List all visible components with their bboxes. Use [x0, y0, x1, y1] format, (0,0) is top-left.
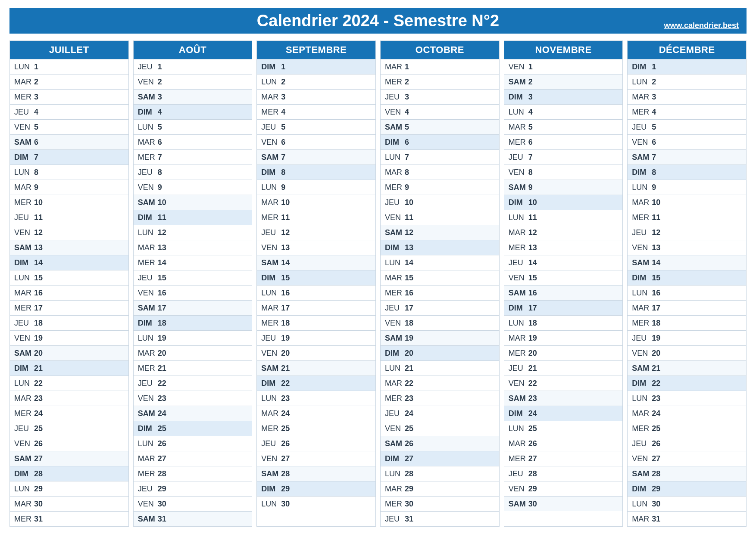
day-number: 19 [403, 334, 413, 343]
day-row: DIM28 [10, 466, 128, 481]
day-number: 8 [156, 168, 162, 177]
day-of-week: JEU [381, 198, 403, 207]
day-number: 20 [279, 349, 290, 358]
day-number: 11 [279, 213, 290, 222]
day-number: 6 [32, 138, 38, 147]
day-number: 5 [279, 123, 285, 132]
day-row: DIM6 [381, 134, 499, 149]
day-number: 27 [279, 454, 290, 463]
day-row: MAR5 [504, 119, 623, 134]
month-column: DÉCEMBREDIM1LUN2MAR3MER4JEU5VEN6SAM7DIM8… [627, 40, 747, 527]
day-number: 12 [156, 228, 166, 237]
day-number: 30 [403, 500, 413, 509]
day-of-week: MER [10, 93, 32, 102]
day-row: LUN26 [134, 436, 252, 451]
day-number: 6 [527, 138, 533, 147]
day-number: 5 [32, 123, 38, 132]
day-number: 17 [156, 304, 166, 313]
day-row: MER18 [257, 315, 375, 330]
day-number: 6 [156, 138, 162, 147]
day-row: JEU14 [504, 255, 623, 270]
day-row: MER27 [504, 451, 623, 466]
day-of-week: LUN [10, 484, 32, 494]
day-number: 26 [650, 439, 660, 448]
months-grid: JUILLETLUN1MAR2MER3JEU4VEN5SAM6DIM7LUN8M… [9, 40, 747, 527]
day-number: 13 [527, 243, 537, 252]
day-number: 28 [527, 469, 537, 478]
day-of-week: DIM [257, 484, 279, 494]
day-of-week: DIM [134, 108, 156, 117]
day-row: DIM29 [628, 481, 746, 496]
day-of-week: JEU [257, 334, 279, 343]
day-of-week: DIM [10, 258, 32, 267]
day-row: SAM23 [504, 391, 623, 406]
day-of-week: VEN [257, 454, 279, 463]
day-number: 13 [403, 243, 413, 252]
day-of-week: MAR [257, 198, 279, 207]
day-row: JEU18 [10, 315, 128, 330]
day-row: JEU21 [504, 360, 623, 376]
day-row: LUN28 [381, 466, 499, 481]
day-of-week: DIM [628, 62, 650, 71]
day-row: MER3 [10, 89, 128, 104]
day-number: 1 [650, 62, 656, 71]
day-of-week: VEN [10, 228, 32, 237]
day-row: DIM24 [504, 406, 623, 421]
day-number: 22 [156, 379, 166, 388]
day-number: 22 [279, 379, 290, 388]
day-number: 4 [32, 108, 38, 117]
day-row: VEN25 [381, 421, 499, 436]
day-number: 26 [527, 439, 537, 448]
day-number: 23 [32, 394, 43, 403]
day-of-week: LUN [10, 273, 32, 283]
day-row: VEN30 [134, 496, 252, 511]
day-row: JEU5 [257, 119, 375, 134]
day-number: 6 [650, 138, 656, 147]
day-number: 14 [650, 258, 660, 267]
day-of-week: MAR [504, 123, 527, 132]
day-row: MER7 [134, 149, 252, 165]
day-row: MAR15 [381, 270, 499, 285]
day-of-week: MAR [134, 349, 156, 358]
day-of-week: VEN [134, 500, 156, 509]
day-number: 28 [403, 469, 413, 478]
day-number: 23 [527, 394, 537, 403]
day-number: 16 [279, 289, 290, 298]
day-of-week: MER [257, 213, 279, 222]
day-number: 15 [527, 273, 537, 283]
day-of-week: DIM [10, 364, 32, 373]
day-row: MER24 [10, 406, 128, 421]
day-number: 3 [32, 93, 38, 102]
day-of-week: SAM [257, 364, 279, 373]
day-row: LUN2 [628, 74, 746, 89]
day-number: 3 [650, 93, 656, 102]
day-of-week: LUN [381, 364, 403, 373]
day-of-week: SAM [381, 334, 403, 343]
day-number: 27 [156, 454, 166, 463]
day-row: SAM17 [134, 300, 252, 315]
day-number: 18 [156, 319, 166, 328]
day-of-week: SAM [504, 183, 527, 192]
day-of-week: MER [628, 213, 650, 222]
day-of-week: MER [381, 78, 403, 87]
day-of-week: DIM [381, 138, 403, 147]
day-row: JEU11 [10, 210, 128, 225]
day-of-week: JEU [10, 424, 32, 433]
day-number: 2 [403, 78, 409, 87]
day-of-week: SAM [381, 123, 403, 132]
month-name: SEPTEMBRE [257, 41, 375, 59]
day-of-week: MER [628, 319, 650, 328]
day-of-week: LUN [381, 258, 403, 267]
day-row: SAM31 [134, 511, 252, 526]
day-number: 1 [527, 62, 533, 71]
day-of-week: JEU [134, 62, 156, 71]
month-name: OCTOBRE [381, 41, 499, 59]
day-number: 6 [403, 138, 409, 147]
day-of-week: VEN [134, 183, 156, 192]
day-of-week: VEN [381, 108, 403, 117]
day-row: MER21 [134, 360, 252, 376]
day-row: JEU28 [504, 466, 623, 481]
day-row: VEN11 [381, 210, 499, 225]
day-number: 1 [156, 62, 162, 71]
day-row: JEU26 [628, 436, 746, 451]
